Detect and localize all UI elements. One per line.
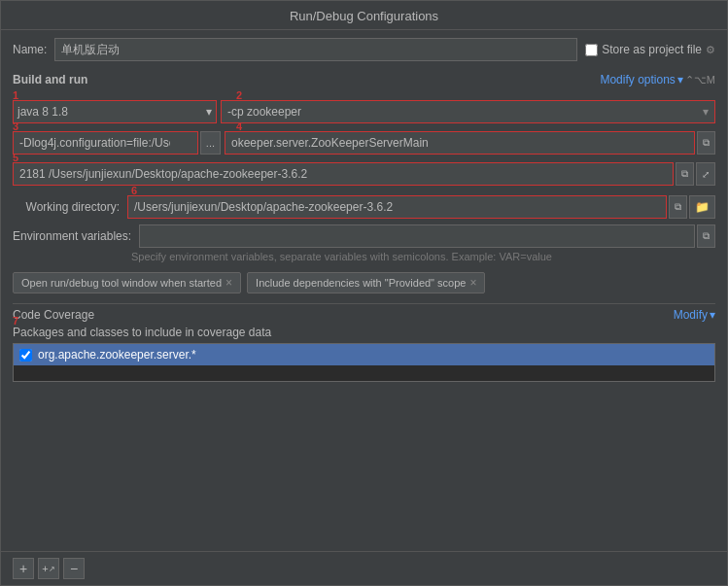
row-3-4-container: 3 4 -Dlog4j.configuration=file:/Users/ju… [13, 131, 715, 155]
run-debug-dialog: Run/Debug Configurations Name: Store as … [0, 0, 728, 586]
package-checkbox[interactable] [19, 349, 32, 362]
list-item[interactable]: org.apache.zookeeper.server.* [14, 344, 714, 365]
tag-include-deps-label: Include dependencies with "Provided" sco… [256, 277, 466, 289]
java-select-container: java 8 1.8 ▾ [13, 100, 217, 123]
tag-include-deps-close[interactable]: × [469, 276, 476, 290]
program-args-row: 2181 /Users/junjiexun/Desktop/apache-zoo… [13, 162, 715, 186]
main-class-copy-btn[interactable]: ⧉ [697, 131, 715, 155]
dialog-title: Run/Debug Configurations [290, 9, 438, 23]
badge-7: 7 [13, 315, 18, 327]
add-button[interactable]: + [13, 558, 34, 579]
row-1-2: java 8 1.8 ▾ -cp zookeeper ▾ [13, 100, 715, 123]
row-5-container: 5 2181 /Users/junjiexun/Desktop/apache-z… [13, 162, 715, 186]
tag-open-window-label: Open run/debug tool window when started [21, 277, 222, 289]
jvm-expand-btn[interactable]: ... [200, 131, 221, 155]
cp-dropdown-icon[interactable]: ▾ [703, 105, 709, 119]
env-copy-btn[interactable]: ⧉ [697, 224, 715, 248]
working-dir-browse-btn[interactable]: 📁 [689, 195, 715, 219]
build-run-title: Build and run [13, 73, 87, 86]
badge-3: 3 [13, 121, 18, 132]
badge-6: 6 [131, 185, 137, 196]
tag-open-window: Open run/debug tool window when started … [13, 272, 241, 293]
build-run-header: Build and run Modify options ⌃⌥M [13, 73, 715, 86]
packages-section: 7 Packages and classes to include in cov… [13, 326, 715, 382]
working-dir-label: Working directory: [13, 200, 120, 214]
env-field[interactable] [139, 224, 695, 248]
modify-link[interactable]: Modify [674, 308, 715, 322]
gear-icon: ⚙ [706, 44, 715, 56]
title-bar: Run/Debug Configurations [1, 1, 727, 30]
code-coverage-header: Code Coverage Modify [13, 308, 715, 322]
package-value: org.apache.zookeeper.server.* [38, 348, 196, 362]
row-3-4: -Dlog4j.configuration=file:/Users/junjie… [13, 131, 715, 155]
store-project-label: Store as project file [602, 43, 702, 56]
main-content: Build and run Modify options ⌃⌥M 1 2 jav… [1, 69, 727, 551]
program-args-copy-btn[interactable]: ⧉ [676, 162, 694, 186]
main-class-field[interactable]: okeeper.server.ZooKeeperServerMain [225, 131, 695, 155]
modify-options-button[interactable]: Modify options ⌃⌥M [600, 73, 715, 86]
name-input[interactable] [54, 38, 577, 61]
store-project-container: Store as project file ⚙ [585, 43, 715, 56]
divider [13, 303, 715, 304]
packages-label: Packages and classes to include in cover… [13, 326, 715, 339]
java-select[interactable]: java 8 1.8 ▾ [13, 100, 217, 123]
env-vars-hint: Specify environment variables, separate … [131, 251, 715, 262]
java-dropdown-icon: ▾ [206, 105, 212, 119]
modify-label: Modify [674, 308, 708, 322]
packages-list: org.apache.zookeeper.server.* [13, 343, 715, 382]
working-dir-input[interactable] [134, 200, 660, 214]
remove-button[interactable]: − [63, 558, 85, 579]
main-class-value: okeeper.server.ZooKeeperServerMain [231, 136, 429, 150]
working-dir-field-container: ⧉ 📁 [127, 195, 715, 219]
badge-4: 4 [236, 121, 242, 132]
chevron-down-icon [677, 73, 683, 86]
code-coverage-title: Code Coverage [13, 308, 94, 322]
main-class-container: okeeper.server.ZooKeeperServerMain ⧉ [225, 131, 715, 155]
keyboard-shortcut: ⌃⌥M [685, 74, 715, 86]
badge-2: 2 [236, 89, 242, 101]
program-args-value: 2181 /Users/junjiexun/Desktop/apache-zoo… [19, 167, 307, 181]
java-value: java 8 1.8 [17, 105, 68, 119]
tag-open-window-close[interactable]: × [225, 276, 232, 290]
name-row: Name: Store as project file ⚙ [1, 30, 727, 69]
modify-options-label: Modify options [600, 73, 675, 86]
program-args-field[interactable]: 2181 /Users/junjiexun/Desktop/apache-zoo… [13, 162, 674, 186]
working-dir-field[interactable] [127, 195, 667, 219]
store-project-checkbox[interactable] [585, 44, 598, 56]
env-vars-label: Environment variables: [13, 229, 131, 243]
badge-5: 5 [13, 152, 18, 163]
jvm-value: -Dlog4j.configuration=file:/Users/junjie… [19, 136, 170, 150]
program-args-expand-btn[interactable]: ⤢ [696, 162, 715, 186]
row-1-2-container: 1 2 java 8 1.8 ▾ -cp zookeeper ▾ [13, 100, 715, 123]
cp-field[interactable]: -cp zookeeper ▾ [221, 100, 715, 123]
name-label: Name: [13, 43, 47, 56]
working-dir-copy-btn[interactable]: ⧉ [669, 195, 687, 219]
env-field-container: ⧉ [139, 224, 715, 248]
tag-include-deps: Include dependencies with "Provided" sco… [247, 272, 485, 293]
env-vars-row: Environment variables: ⧉ [13, 224, 715, 248]
jvm-field-container: -Dlog4j.configuration=file:/Users/junjie… [13, 131, 221, 155]
modify-chevron-icon [710, 308, 715, 322]
working-dir-row: 6 Working directory: ⧉ 📁 [13, 195, 715, 219]
jvm-field[interactable]: -Dlog4j.configuration=file:/Users/junjie… [13, 131, 198, 155]
cp-value: -cp zookeeper [227, 105, 301, 119]
bottom-toolbar: + +↗ − [1, 551, 727, 585]
tags-row: Open run/debug tool window when started … [13, 272, 715, 293]
copy-button[interactable]: +↗ [38, 558, 59, 579]
